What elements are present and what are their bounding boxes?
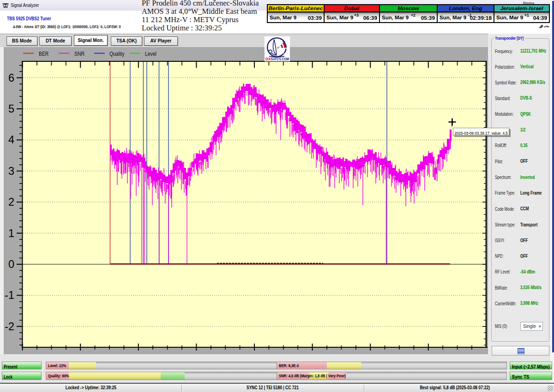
svg-text:BER: BER [39, 50, 48, 56]
svg-text:3: 3 [8, 165, 14, 177]
svg-text:SNR: SNR [74, 50, 84, 56]
svg-text:0: 0 [8, 258, 14, 270]
svg-text:-1: -1 [5, 289, 14, 301]
svg-text:2: 2 [8, 196, 14, 208]
svg-text:SATCS.COM: SATCS.COM [271, 56, 289, 61]
svg-text:Level: Level [145, 50, 157, 56]
svg-text:Quality: Quality [109, 50, 124, 56]
svg-text:1: 1 [8, 227, 14, 239]
svg-text:4: 4 [8, 134, 14, 146]
svg-text:-2: -2 [5, 321, 14, 333]
svg-text:6: 6 [8, 72, 14, 84]
svg-text:DX: DX [265, 56, 271, 61]
svg-text:5: 5 [8, 103, 14, 115]
